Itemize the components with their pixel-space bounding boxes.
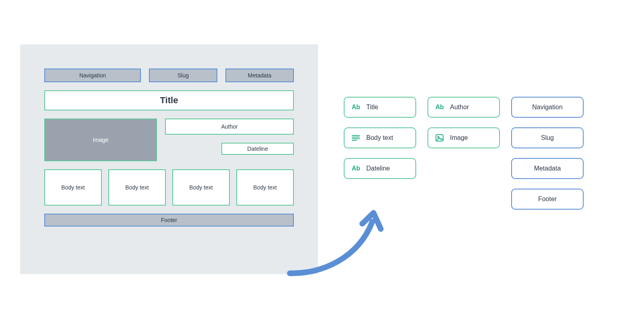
palette-item-title[interactable]: Ab Title [344,97,416,118]
palette-label: Dateline [366,165,409,172]
wireframe-author-region[interactable]: Author [165,119,294,135]
wireframe-navigation-region[interactable]: Navigation [44,69,141,82]
wireframe-dateline-region[interactable]: Dateline [221,143,294,155]
wireframe-image-author-row: Image Author Dateline [44,119,294,161]
ab-icon: Ab [435,102,444,112]
component-palette: Ab Title Body text Ab Dateline Ab Author [344,97,584,210]
palette-label: Title [366,104,409,111]
palette-label: Navigation [518,104,576,111]
wireframe-canvas: Navigation Slug Metadata Title Image Aut… [20,44,318,274]
palette-label: Author [450,104,493,111]
paragraph-lines-icon [351,133,361,143]
palette-column-3: Navigation Slug Metadata Footer [511,97,584,210]
wireframe-body-row: Body text Body text Body text Body text [44,169,294,206]
svg-point-5 [438,137,439,138]
ab-icon: Ab [351,164,361,173]
ab-icon: Ab [351,102,361,112]
wireframe-metadata-region[interactable]: Metadata [225,69,294,82]
palette-item-author[interactable]: Ab Author [427,97,500,118]
wireframe-image-region[interactable]: Image [44,119,157,161]
palette-label: Footer [518,196,576,203]
palette-label: Body text [366,134,409,141]
image-icon [435,133,444,143]
wireframe-title-row: Title [44,90,294,110]
palette-label: Slug [518,134,576,141]
palette-label: Metadata [518,165,576,172]
palette-item-dateline[interactable]: Ab Dateline [344,158,416,179]
palette-label: Image [450,134,493,141]
palette-column-2: Ab Author Image [427,97,500,210]
palette-item-metadata[interactable]: Metadata [511,158,584,179]
palette-item-slug[interactable]: Slug [511,127,584,148]
wireframe-title-region[interactable]: Title [44,90,294,110]
wireframe-footer-region[interactable]: Footer [44,214,294,227]
wireframe-top-row: Navigation Slug Metadata [44,69,294,82]
palette-item-navigation[interactable]: Navigation [511,97,584,118]
wireframe-body-text-region[interactable]: Body text [236,169,294,206]
wireframe-body-text-region[interactable]: Body text [108,169,166,206]
palette-item-image[interactable]: Image [427,127,500,148]
wireframe-slug-region[interactable]: Slug [149,69,217,82]
wireframe-footer-row: Footer [44,214,294,227]
wireframe-body-text-region[interactable]: Body text [172,169,230,206]
palette-item-body-text[interactable]: Body text [344,127,416,148]
palette-column-1: Ab Title Body text Ab Dateline [344,97,416,210]
wireframe-author-column: Author Dateline [165,119,294,161]
wireframe-body-text-region[interactable]: Body text [44,169,102,206]
palette-item-footer[interactable]: Footer [511,189,584,210]
